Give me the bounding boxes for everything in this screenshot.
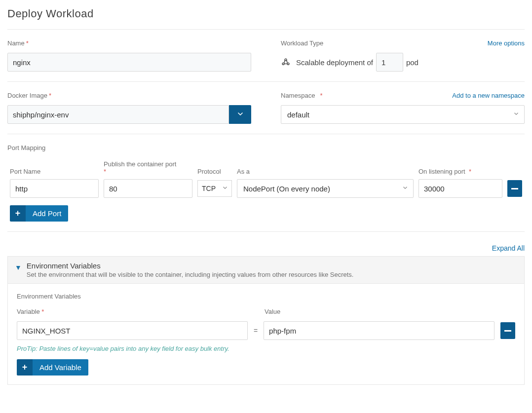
env-vars-section-label: Environment Variables [17, 293, 515, 300]
variable-header: Variable * [17, 308, 247, 315]
workload-type-prefix: Scalable deployment of [296, 58, 373, 67]
more-options-link[interactable]: More options [488, 39, 525, 47]
port-name-input[interactable] [10, 179, 99, 198]
svg-point-2 [287, 63, 289, 65]
page-title: Deploy Workload [7, 7, 525, 20]
expand-all-link[interactable]: Expand All [492, 244, 525, 252]
equals-sign: = [254, 327, 258, 335]
port-mapping-label: Port Mapping [7, 144, 525, 151]
add-port-button[interactable]: + Add Port [10, 205, 68, 222]
env-vars-subtitle: Set the environment that will be visible… [27, 271, 354, 278]
publish-port-input[interactable] [104, 179, 192, 198]
namespace-select[interactable]: default [281, 105, 525, 124]
env-vars-title: Environment Variables [27, 262, 354, 270]
port-row: TCP NodePort (On every node) [7, 179, 525, 198]
remove-port-button[interactable] [507, 180, 522, 197]
pod-count-input[interactable] [376, 53, 403, 72]
divider [7, 231, 525, 232]
deployment-icon [281, 57, 291, 67]
remove-env-var-button[interactable] [500, 322, 515, 339]
add-namespace-link[interactable]: Add to a new namespace [452, 92, 525, 99]
protip-text: ProTip: Paste lines of key=value pairs i… [17, 345, 515, 352]
listening-port-input[interactable] [418, 179, 502, 198]
chevron-down-icon [236, 110, 244, 119]
minus-icon [504, 330, 511, 332]
as-a-header: As a [237, 168, 414, 175]
name-label: Name* [7, 39, 251, 47]
env-value-input[interactable] [264, 321, 494, 340]
docker-image-label: Docker Image* [7, 92, 251, 99]
workload-type-suffix: pod [406, 58, 418, 67]
env-variable-input[interactable] [17, 321, 248, 340]
port-name-header: Port Name [10, 168, 99, 175]
env-var-row: = [17, 321, 515, 340]
protocol-select[interactable]: TCP [197, 180, 232, 197]
publish-port-header: Publish the container port* [104, 160, 192, 175]
caret-down-icon: ▼ [15, 263, 22, 271]
as-a-select[interactable]: NodePort (On every node) [237, 179, 414, 198]
value-header: Value [265, 308, 494, 315]
docker-image-dropdown-button[interactable] [229, 105, 251, 124]
plus-icon: + [17, 359, 33, 375]
chevron-down-icon [222, 185, 228, 193]
plus-icon: + [10, 205, 26, 222]
env-vars-accordion-header[interactable]: ▼ Environment Variables Set the environm… [7, 256, 525, 284]
svg-point-0 [285, 59, 287, 61]
svg-point-1 [282, 63, 284, 65]
listening-port-header: On listening port * [418, 168, 502, 175]
add-variable-button[interactable]: + Add Variable [17, 359, 88, 375]
name-input[interactable] [7, 53, 251, 72]
protocol-header: Protocol [197, 168, 232, 175]
docker-image-input[interactable] [7, 105, 229, 124]
minus-icon [511, 188, 518, 189]
